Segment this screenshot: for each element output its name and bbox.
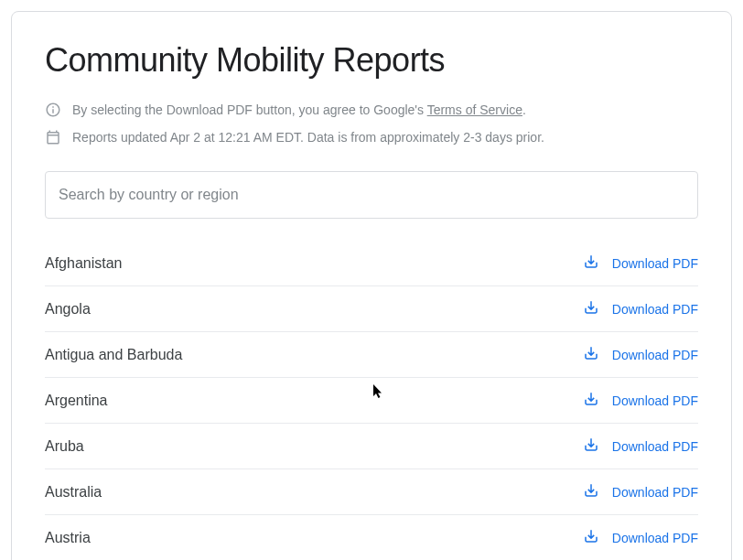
- download-pdf-label: Download PDF: [612, 393, 698, 408]
- country-name: Afghanistan: [45, 255, 123, 272]
- terms-middle: button, you agree to Google's: [253, 102, 427, 117]
- country-row: AustriaDownload PDF: [45, 515, 698, 560]
- download-icon: [583, 253, 599, 273]
- terms-info-row: By selecting the Download PDF button, yo…: [45, 102, 698, 118]
- download-pdf-label: Download PDF: [612, 348, 698, 362]
- search-input[interactable]: [45, 171, 698, 219]
- download-pdf-link[interactable]: Download PDF: [583, 482, 698, 501]
- download-pdf-label: Download PDF: [612, 485, 698, 500]
- country-row: AustraliaDownload PDF: [45, 469, 698, 515]
- country-row: AfghanistanDownload PDF: [45, 241, 698, 286]
- download-pdf-link[interactable]: Download PDF: [583, 391, 698, 410]
- download-pdf-label: Download PDF: [612, 531, 698, 545]
- country-row: ArubaDownload PDF: [45, 424, 698, 469]
- country-name: Argentina: [45, 393, 108, 409]
- terms-info-text: By selecting the Download PDF button, yo…: [72, 102, 526, 117]
- download-pdf-link[interactable]: Download PDF: [583, 436, 698, 456]
- download-pdf-label: Download PDF: [612, 439, 698, 454]
- terms-bold: Download PDF: [167, 102, 253, 117]
- download-pdf-link[interactable]: Download PDF: [583, 253, 698, 273]
- reports-card: Community Mobility Reports By selecting …: [11, 11, 732, 560]
- country-name: Australia: [45, 484, 102, 501]
- download-icon: [583, 528, 599, 547]
- update-info-row: Reports updated Apr 2 at 12:21 AM EDT. D…: [45, 129, 698, 145]
- download-pdf-link[interactable]: Download PDF: [583, 345, 698, 364]
- country-row: ArgentinaDownload PDF: [45, 378, 698, 424]
- terms-link[interactable]: Terms of Service: [427, 102, 522, 117]
- country-row: Antigua and BarbudaDownload PDF: [45, 332, 698, 378]
- country-name: Austria: [45, 530, 91, 546]
- download-icon: [583, 391, 599, 410]
- download-pdf-link[interactable]: Download PDF: [583, 299, 698, 318]
- country-name: Antigua and Barbuda: [45, 347, 182, 363]
- download-pdf-label: Download PDF: [612, 256, 698, 271]
- download-icon: [583, 482, 599, 501]
- download-pdf-link[interactable]: Download PDF: [583, 528, 698, 547]
- calendar-icon: [45, 129, 61, 145]
- update-info-text: Reports updated Apr 2 at 12:21 AM EDT. D…: [72, 130, 544, 145]
- download-icon: [583, 436, 599, 456]
- country-row: AngolaDownload PDF: [45, 286, 698, 332]
- info-icon: [45, 102, 61, 118]
- country-name: Aruba: [45, 438, 84, 455]
- country-list: AfghanistanDownload PDFAngolaDownload PD…: [45, 241, 698, 560]
- download-pdf-label: Download PDF: [612, 302, 698, 317]
- download-icon: [583, 299, 599, 318]
- page-title: Community Mobility Reports: [45, 41, 698, 80]
- terms-prefix: By selecting the: [72, 102, 167, 117]
- terms-suffix: .: [522, 102, 526, 117]
- download-icon: [583, 345, 599, 364]
- country-name: Angola: [45, 301, 91, 318]
